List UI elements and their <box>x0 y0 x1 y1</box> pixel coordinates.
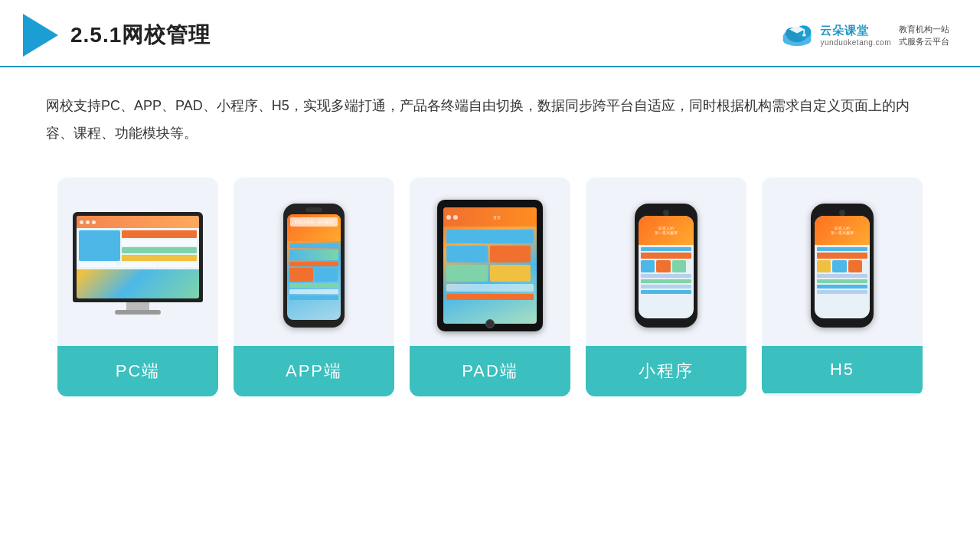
brand-logo: 云朵课堂 yunduoketang.com 教育机构一站式服务云平台 <box>779 23 949 48</box>
header: 2.5.1网校管理 云朵课堂 yu <box>0 0 980 67</box>
card-app: 职造人的第一堂兴趣课 <box>234 178 394 396</box>
tablet-mockup-icon: 首页 <box>437 200 543 331</box>
tablet-home-btn <box>485 319 495 328</box>
pad-image-area: 首页 <box>410 178 570 346</box>
description-text: 网校支持PC、APP、PAD、小程序、H5，实现多端打通，产品各终端自由切换，数… <box>0 67 980 162</box>
brand-slogan: 教育机构一站式服务云平台 <box>899 23 949 48</box>
phone-mockup-icon: 职造人的第一堂兴趣课 <box>283 204 345 328</box>
brand-text-block: 云朵课堂 yunduoketang.com <box>820 24 891 47</box>
card-app-label: APP端 <box>234 346 394 396</box>
pc-image-area <box>57 178 218 346</box>
svg-point-8 <box>802 34 806 36</box>
card-pc: PC端 <box>57 178 218 396</box>
header-right: 云朵课堂 yunduoketang.com 教育机构一站式服务云平台 <box>779 23 949 48</box>
card-pad-label: PAD端 <box>410 346 570 396</box>
card-miniapp-label: 小程序 <box>586 346 746 396</box>
brand-url: yunduoketang.com <box>820 38 891 47</box>
mini-phone-notch-h5 <box>831 208 853 214</box>
page-title: 2.5.1网校管理 <box>70 21 211 50</box>
cloud-logo-icon <box>779 23 815 47</box>
logo-arrow-icon <box>23 14 58 57</box>
phone-notch <box>305 207 322 212</box>
h5-image-area: 职造人的第一堂兴趣课 <box>762 178 923 346</box>
svg-rect-7 <box>804 29 805 34</box>
card-h5-label: H5 <box>762 346 923 393</box>
card-pc-label: PC端 <box>57 346 218 396</box>
mini-phone-icon-h5: 职造人的第一堂兴趣课 <box>811 204 874 328</box>
brand-name: 云朵课堂 <box>820 24 869 38</box>
cards-container: PC端 职造人的第一堂兴趣课 <box>0 162 980 419</box>
card-pad: 首页 PAD端 <box>410 178 570 396</box>
miniapp-image-area: 职造人的第一堂兴趣课 <box>586 178 746 346</box>
card-h5: 职造人的第一堂兴趣课 <box>762 178 923 396</box>
mini-phone-icon-miniapp: 职造人的第一堂兴趣课 <box>635 204 697 328</box>
mini-phone-notch <box>655 208 677 214</box>
app-image-area: 职造人的第一堂兴趣课 <box>234 178 394 346</box>
page: 2.5.1网校管理 云朵课堂 yu <box>0 0 980 551</box>
pc-monitor-icon <box>73 212 203 319</box>
header-left: 2.5.1网校管理 <box>23 14 211 57</box>
card-miniapp: 职造人的第一堂兴趣课 <box>586 178 746 396</box>
